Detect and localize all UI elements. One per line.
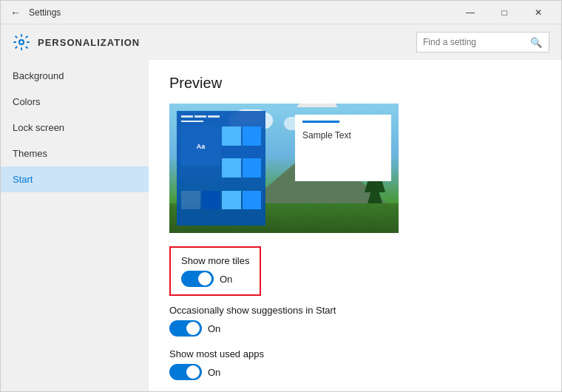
show-more-tiles-label: Show more tiles <box>181 255 249 266</box>
show-more-tiles-state: On <box>220 274 232 285</box>
show-suggestions-toggle[interactable] <box>169 320 202 337</box>
show-suggestions-group: Occasionally show suggestions in Start O… <box>169 305 541 337</box>
tile-6 <box>202 191 221 210</box>
maximize-button[interactable]: □ <box>487 1 521 24</box>
tile-2 <box>243 126 262 146</box>
sidebar-item-start[interactable]: Start <box>1 166 149 192</box>
header: PERSONALIZATION 🔍 <box>1 24 561 60</box>
sidebar-item-lock-screen[interactable]: Lock screen <box>1 115 149 141</box>
tile-4 <box>243 158 262 178</box>
show-most-used-group: Show most used apps On <box>169 348 541 380</box>
tile-3 <box>222 158 241 178</box>
sample-text-label: Sample Text <box>302 130 351 141</box>
window-controls: — □ ✕ <box>453 1 555 24</box>
sidebar-item-colors[interactable]: Colors <box>1 89 149 115</box>
tile-7 <box>222 191 241 210</box>
show-more-tiles-toggle[interactable] <box>181 271 214 287</box>
sample-text-box: Sample Text <box>295 115 391 181</box>
tile-1 <box>222 126 241 146</box>
search-icon: 🔍 <box>530 37 542 48</box>
svg-point-0 <box>19 40 24 44</box>
tile-8 <box>243 191 262 210</box>
show-suggestions-toggle-row: On <box>169 320 541 337</box>
section-title: Preview <box>169 75 541 92</box>
show-suggestions-label: Occasionally show suggestions in Start <box>169 305 541 316</box>
start-menu-bars <box>181 115 261 118</box>
settings-icon <box>13 33 30 51</box>
show-most-used-toggle-row: On <box>169 364 541 380</box>
content-area: Preview <box>149 60 561 391</box>
show-most-used-state: On <box>208 367 220 378</box>
back-button[interactable]: ← <box>7 4 24 21</box>
minimize-button[interactable]: — <box>453 1 487 24</box>
show-most-used-label: Show most used apps <box>169 348 541 359</box>
sidebar-item-themes[interactable]: Themes <box>1 141 149 166</box>
search-input[interactable] <box>423 37 530 47</box>
app-window: ← Settings — □ ✕ PERSONALIZATION 🔍 Backg… <box>0 0 562 392</box>
tiles-grid: Aa <box>181 126 261 221</box>
sidebar: Background Colors Lock screen Themes Sta… <box>1 60 149 391</box>
sample-text-accent <box>302 121 339 123</box>
show-suggestions-state: On <box>208 323 220 334</box>
tile-5 <box>181 191 200 210</box>
sidebar-item-background[interactable]: Background <box>1 63 149 89</box>
aa-tile: Aa <box>181 126 220 166</box>
page-header-title: PERSONALIZATION <box>38 37 416 48</box>
mountain-snow <box>297 104 338 107</box>
search-box[interactable]: 🔍 <box>416 32 549 53</box>
main-content: Background Colors Lock screen Themes Sta… <box>1 60 561 391</box>
show-more-tiles-toggle-row: On <box>181 271 249 287</box>
window-title: Settings <box>29 7 453 18</box>
close-button[interactable]: ✕ <box>521 1 555 24</box>
show-more-tiles-group: Show more tiles On <box>169 246 261 296</box>
start-menu-preview: Aa <box>177 111 265 226</box>
preview-container: Aa Sample Text <box>169 104 399 233</box>
titlebar: ← Settings — □ ✕ <box>1 1 561 24</box>
show-most-used-toggle[interactable] <box>169 364 202 380</box>
